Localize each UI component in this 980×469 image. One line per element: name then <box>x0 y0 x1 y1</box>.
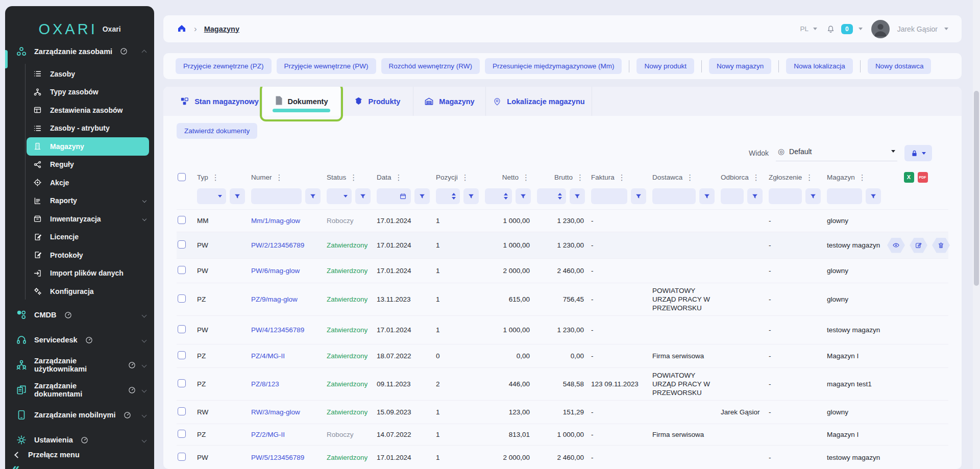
export-pdf-icon[interactable]: PDF <box>918 172 928 183</box>
table-row[interactable]: PW PW/6/mag-glow Zatwierdzony 17.01.2024… <box>177 259 948 283</box>
filter-funnel-icon[interactable] <box>305 188 321 204</box>
column-menu-icon[interactable]: ⋮ <box>618 174 626 181</box>
column-menu-icon[interactable]: ⋮ <box>805 174 813 181</box>
row-checkbox[interactable] <box>178 453 186 461</box>
filter-typ-select[interactable] <box>197 188 226 204</box>
sidebar-item-zasoby-atrybuty[interactable]: Zasoby - atrybuty <box>5 119 154 138</box>
bell-icon[interactable] <box>826 24 836 34</box>
sidebar-section-cmdb[interactable]: CMDB <box>5 303 154 328</box>
sidebar-item-zestawienia-zasobow[interactable]: Zestawienia zasobów <box>5 101 154 119</box>
internal-issue-button[interactable]: Rozchód wewnętrzny (RW) <box>381 58 480 74</box>
sidebar-item-import-plikow[interactable]: Import plików danych <box>5 264 154 283</box>
sidebar-item-protokoly[interactable]: Protokoły <box>5 246 154 264</box>
sidebar-item-akcje[interactable]: Akcje <box>5 174 154 192</box>
sidebar-item-licencje[interactable]: Licencje <box>5 228 154 246</box>
tab-produkty[interactable]: Produkty <box>341 87 413 116</box>
sidebar-item-typy-zasobow[interactable]: Typy zasobów <box>5 83 154 102</box>
column-menu-icon[interactable]: ⋮ <box>276 174 283 181</box>
table-row[interactable]: PZ PZ/4/MG-II Zatwierdzony 18.07.2022 0 … <box>177 344 948 368</box>
row-checkbox[interactable] <box>178 266 186 274</box>
new-supplier-button[interactable]: Nowy dostawca <box>868 58 932 74</box>
document-link[interactable]: PZ/2/MG-II <box>251 431 285 438</box>
table-row[interactable]: PZ PZ/2/MG-II Roboczy 14.07.2022 1 813,0… <box>177 424 948 446</box>
row-checkbox[interactable] <box>178 240 186 249</box>
sidebar-section-servicedesk[interactable]: Servicedesk <box>5 328 154 353</box>
select-all-checkbox[interactable] <box>178 173 186 181</box>
filter-status-select[interactable] <box>327 188 352 204</box>
document-link[interactable]: PW/6/mag-glow <box>251 267 300 275</box>
table-row[interactable]: PW PW/2/123456789 Zatwierdzony 17.01.202… <box>177 232 948 259</box>
row-checkbox[interactable] <box>178 430 186 438</box>
column-menu-icon[interactable]: ⋮ <box>461 174 469 181</box>
table-row[interactable]: MM Mm/1/mag-glow Roboczy 17.01.2024 1 1 … <box>177 210 948 232</box>
filter-pozycji-stepper[interactable] <box>436 188 460 204</box>
column-menu-icon[interactable]: ⋮ <box>522 174 530 181</box>
table-row[interactable]: RW RW/3/mag-glow Zatwierdzony 15.09.2023… <box>177 401 948 424</box>
approve-documents-button[interactable]: Zatwierdź dokumenty <box>177 123 257 139</box>
filter-dostawca-input[interactable] <box>652 188 696 204</box>
filter-odbiorca-input[interactable] <box>721 188 744 204</box>
language-selector[interactable]: PL <box>800 25 808 33</box>
filter-funnel-icon[interactable] <box>631 188 646 204</box>
filter-funnel-icon[interactable] <box>805 188 821 204</box>
tab-magazyny[interactable]: Magazyny <box>413 87 486 116</box>
filter-magazyn-input[interactable] <box>827 188 862 204</box>
preview-button[interactable] <box>887 238 905 253</box>
filter-netto-stepper[interactable] <box>485 188 512 204</box>
filter-funnel-icon[interactable] <box>699 188 715 204</box>
sidebar-item-inwentaryzacja[interactable]: Inwentaryzacja <box>5 210 154 228</box>
filter-funnel-icon[interactable] <box>516 188 531 204</box>
notification-badge[interactable]: 0 <box>841 24 853 34</box>
scrollbar-thumb[interactable] <box>974 91 979 286</box>
home-icon[interactable] <box>177 23 187 35</box>
sidebar-section-users[interactable]: Zarządzanie użytkownikami <box>5 353 154 378</box>
document-link[interactable]: PW/5/123456789 <box>251 454 304 461</box>
breadcrumb-link[interactable]: Magazyny <box>204 25 239 33</box>
table-row[interactable]: PW PW/5/123456789 Zatwierdzony 17.01.202… <box>177 446 948 469</box>
internal-receipt-button[interactable]: Przyjęcie wewnętrzne (PW) <box>277 58 376 74</box>
filter-funnel-icon[interactable] <box>355 188 371 204</box>
new-warehouse-button[interactable]: Nowy magazyn <box>709 58 771 74</box>
new-product-button[interactable]: Nowy produkt <box>636 58 694 74</box>
sidebar-item-magazyny[interactable]: Magazyny <box>27 137 149 156</box>
document-link[interactable]: Mm/1/mag-glow <box>251 217 300 225</box>
tab-stan-magazynowy[interactable]: Stan magazynowy <box>177 87 262 116</box>
sidebar-item-raporty[interactable]: Raporty <box>5 192 154 210</box>
row-checkbox[interactable] <box>178 294 186 303</box>
filter-data-datepicker[interactable] <box>377 188 411 204</box>
sidebar-section-documents[interactable]: Zarządzanie dokumentami <box>5 378 154 403</box>
delete-button[interactable] <box>932 238 950 253</box>
sidebar-item-zasoby[interactable]: Zasoby <box>5 65 154 83</box>
user-menu[interactable]: Jarek Gąsior <box>897 25 938 33</box>
filter-funnel-icon[interactable] <box>463 188 479 204</box>
table-row[interactable]: PZ PZ/9/mag-glow Zatwierdzony 13.11.2023… <box>177 283 948 316</box>
column-menu-icon[interactable]: ⋮ <box>350 174 357 181</box>
sidebar-item-reguly[interactable]: Reguły <box>5 156 154 174</box>
column-menu-icon[interactable]: ⋮ <box>212 174 219 181</box>
lock-view-button[interactable] <box>904 145 932 161</box>
table-row[interactable]: PZ PZ/8/123 Zatwierdzony 09.11.2023 2 44… <box>177 368 948 401</box>
tab-lokalizacje-magazynu[interactable]: Lokalizacje magazynu <box>486 87 592 116</box>
row-checkbox[interactable] <box>178 216 186 224</box>
column-menu-icon[interactable]: ⋮ <box>752 174 760 181</box>
column-menu-icon[interactable]: ⋮ <box>395 174 403 181</box>
external-receipt-button[interactable]: Przyjęcie zewnętrzne (PZ) <box>176 58 272 74</box>
filter-funnel-icon[interactable] <box>866 188 881 204</box>
edit-button[interactable] <box>910 238 927 253</box>
filter-numer-input[interactable] <box>251 188 302 204</box>
document-link[interactable]: PW/4/123456789 <box>251 326 304 334</box>
document-link[interactable]: PZ/9/mag-glow <box>251 295 298 303</box>
column-menu-icon[interactable]: ⋮ <box>576 174 584 181</box>
collapse-double-chevron-icon[interactable]: « <box>12 460 19 469</box>
document-link[interactable]: PZ/4/MG-II <box>251 352 285 360</box>
new-location-button[interactable]: Nowa lokalizacja <box>786 58 853 74</box>
view-dropdown[interactable]: ◎ Default <box>776 145 897 161</box>
toggle-menu-button[interactable]: Przełącz menu <box>5 446 154 464</box>
document-link[interactable]: PZ/8/123 <box>251 380 279 388</box>
filter-funnel-icon[interactable] <box>570 188 585 204</box>
avatar[interactable] <box>871 20 890 38</box>
filter-funnel-icon[interactable] <box>230 188 245 204</box>
filter-zgloszenie-input[interactable] <box>769 188 802 204</box>
document-link[interactable]: PW/2/123456789 <box>251 241 304 249</box>
row-checkbox[interactable] <box>178 325 186 333</box>
